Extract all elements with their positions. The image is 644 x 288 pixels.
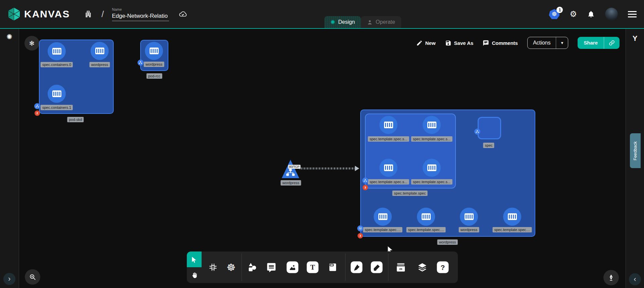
error-count-badge[interactable]: 2 bbox=[35, 111, 40, 116]
kanvas-spiral-icon[interactable]: ✺ bbox=[0, 33, 19, 41]
pen-tool-button[interactable] bbox=[351, 262, 363, 273]
comment-tool-button[interactable] bbox=[266, 262, 276, 272]
relationship-badge-icon[interactable] bbox=[138, 60, 144, 66]
text-tool-button[interactable]: T bbox=[307, 262, 319, 273]
components-drawer-button[interactable] bbox=[395, 262, 406, 273]
node-label: spec.template.spec.s... bbox=[368, 136, 409, 142]
notifications-bell-icon[interactable] bbox=[587, 10, 595, 18]
share-button[interactable]: Share bbox=[578, 37, 620, 49]
shapes-tool-button[interactable] bbox=[247, 262, 257, 273]
collapse-right-panel-button[interactable]: ‹ bbox=[629, 273, 641, 285]
node-spec-containers-0[interactable] bbox=[48, 42, 66, 60]
pen-nib-button[interactable] bbox=[603, 270, 619, 285]
new-button[interactable]: New bbox=[416, 40, 436, 46]
node-label: spec.template.spec.s... bbox=[368, 179, 409, 185]
header-right-actions: ☸ 1 ⚙ bbox=[549, 8, 637, 20]
tab-operate[interactable]: Operate bbox=[361, 16, 401, 28]
help-tool-button[interactable]: ? bbox=[437, 262, 449, 273]
pencil-icon bbox=[416, 40, 423, 46]
layers-icon bbox=[417, 262, 428, 273]
canvas-flower-button[interactable]: ✻ bbox=[24, 36, 39, 51]
relationship-badge-icon[interactable] bbox=[34, 103, 40, 109]
app-header: KANVAS / Name ✺ Design Operate ☸ 1 ⚙ bbox=[0, 0, 644, 29]
error-count-badge[interactable]: 3 bbox=[358, 233, 363, 238]
edge-port-label: 80/TCP bbox=[288, 165, 301, 169]
tab-design[interactable]: ✺ Design bbox=[324, 16, 361, 28]
node-label: spec.template.spec.s... bbox=[411, 179, 452, 185]
node-label: wordpress bbox=[459, 227, 479, 232]
user-avatar[interactable] bbox=[605, 8, 618, 20]
kanvas-logo-icon bbox=[7, 7, 21, 21]
node-spec[interactable] bbox=[478, 117, 501, 139]
service-label: wordpress bbox=[281, 180, 301, 186]
group-label-pod-skd: pod-skd bbox=[67, 117, 84, 122]
comments-button[interactable]: Comments bbox=[483, 40, 518, 46]
group-label-wordpress: wordpress bbox=[437, 239, 458, 245]
node-label: spec.containers.0 bbox=[41, 62, 73, 67]
edge-service-to-deployment[interactable] bbox=[300, 167, 355, 169]
node-bottom-container-1[interactable] bbox=[374, 208, 392, 226]
logo-wordmark: KANVAS bbox=[24, 8, 70, 20]
pencil-scribble-icon bbox=[371, 262, 383, 273]
magnifier-plus-icon bbox=[29, 273, 36, 281]
pan-tool-button[interactable] bbox=[187, 267, 202, 283]
cloud-sync-icon bbox=[178, 10, 188, 18]
note-icon bbox=[328, 262, 338, 272]
organization-icon[interactable] bbox=[84, 10, 93, 18]
hand-icon bbox=[191, 272, 198, 279]
design-name-input[interactable] bbox=[112, 12, 169, 21]
node-template-container-1[interactable] bbox=[379, 116, 397, 134]
floppy-icon bbox=[445, 40, 451, 46]
select-tool-button[interactable] bbox=[187, 251, 202, 267]
context-count-badge: 1 bbox=[556, 7, 563, 13]
node-template-container-2[interactable] bbox=[423, 116, 441, 134]
node-label: spec.containers.1 bbox=[41, 105, 73, 110]
settings-gear-icon[interactable]: ⚙ bbox=[570, 9, 577, 19]
menu-hamburger-icon[interactable] bbox=[628, 11, 637, 17]
image-tool-button[interactable] bbox=[287, 262, 299, 273]
container-icon bbox=[52, 48, 61, 55]
node-service-wordpress[interactable] bbox=[282, 160, 299, 178]
feedback-tab[interactable]: Feedback bbox=[630, 133, 641, 168]
node-wordpress-container[interactable] bbox=[145, 42, 163, 60]
actions-dropdown-button[interactable]: Actions ▼ bbox=[527, 37, 568, 49]
container-icon bbox=[384, 164, 393, 171]
kubernetes-context-button[interactable]: ☸ 1 bbox=[549, 9, 559, 19]
kubernetes-tool-button[interactable]: ☸ bbox=[227, 262, 236, 273]
error-count-badge[interactable]: 3 bbox=[363, 185, 368, 190]
main-area: ✺ › ✻ New Save As Comments Actions ▼ bbox=[0, 29, 644, 288]
right-rail: Y Feedback ‹ bbox=[626, 29, 644, 288]
kanvas-logo[interactable]: KANVAS bbox=[7, 7, 70, 21]
relationship-badge-icon[interactable] bbox=[362, 177, 368, 184]
container-icon bbox=[52, 90, 61, 97]
node-wordpress-container[interactable] bbox=[91, 42, 109, 60]
relationship-badge-icon[interactable] bbox=[474, 129, 480, 135]
group-spec-template-spec[interactable] bbox=[365, 114, 456, 189]
shapes-icon bbox=[247, 262, 257, 273]
node-template-container-3[interactable] bbox=[379, 159, 397, 177]
left-rail: ✺ › bbox=[0, 29, 19, 288]
kubernetes-badge-icon[interactable] bbox=[357, 225, 363, 231]
canvas-toolbar: New Save As Comments Actions ▼ Share bbox=[416, 37, 620, 49]
cursor-icon bbox=[191, 256, 198, 263]
question-icon: ? bbox=[437, 262, 449, 273]
note-tool-button[interactable] bbox=[328, 262, 338, 272]
copy-link-icon[interactable] bbox=[604, 37, 620, 49]
freehand-tool-button[interactable] bbox=[371, 262, 383, 273]
node-template-container-4[interactable] bbox=[423, 159, 441, 177]
node-bottom-container-2[interactable] bbox=[417, 208, 435, 226]
node-bottom-container-3[interactable] bbox=[460, 208, 478, 226]
integrations-tool-button[interactable] bbox=[208, 262, 218, 272]
zoom-search-button[interactable] bbox=[25, 269, 40, 285]
design-canvas[interactable]: ✻ New Save As Comments Actions ▼ Share bbox=[19, 29, 626, 288]
node-bottom-container-4[interactable] bbox=[503, 208, 521, 226]
layers-tool-button[interactable] bbox=[417, 262, 428, 273]
pen-nib-icon bbox=[607, 274, 615, 281]
container-icon bbox=[422, 213, 431, 220]
text-icon: T bbox=[307, 262, 319, 273]
actions-caret-icon[interactable]: ▼ bbox=[556, 37, 568, 49]
merge-toggle-icon[interactable]: Y bbox=[626, 34, 644, 43]
node-spec-containers-1[interactable] bbox=[48, 85, 66, 103]
save-as-button[interactable]: Save As bbox=[445, 40, 474, 46]
expand-left-panel-button[interactable]: › bbox=[3, 273, 15, 285]
